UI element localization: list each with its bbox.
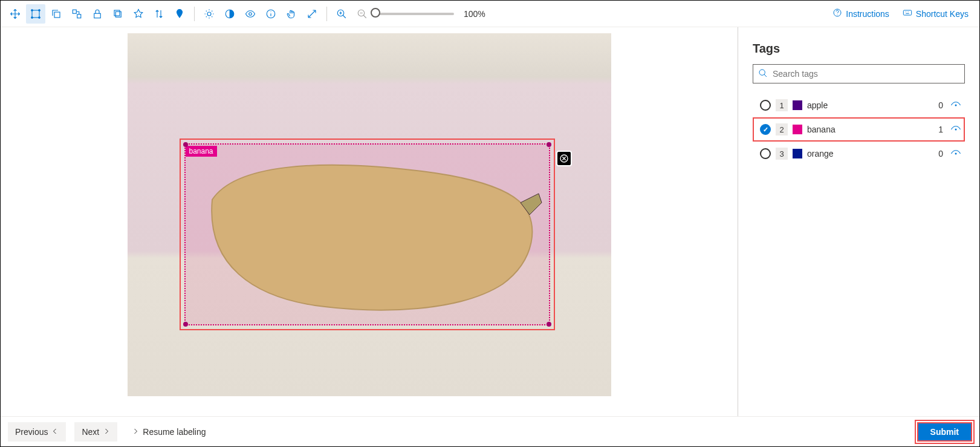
bbox-handle-bottom-left[interactable] <box>183 322 188 327</box>
svg-point-20 <box>759 70 765 75</box>
zoom-slider[interactable] <box>375 13 454 15</box>
bbox-handle-top-right[interactable] <box>547 142 551 147</box>
bounding-box-label: banana <box>186 146 217 157</box>
visibility-icon[interactable] <box>950 124 961 135</box>
bounding-box-delete-button[interactable] <box>556 151 572 166</box>
svg-rect-9 <box>115 11 121 17</box>
chevron-right-icon <box>103 427 110 437</box>
keyboard-icon <box>903 8 912 19</box>
zoom-out-tool[interactable] <box>352 4 372 24</box>
svg-point-3 <box>31 16 33 18</box>
svg-rect-6 <box>73 10 76 13</box>
main-area: banana Tags 1apple02banana13orange0 <box>1 27 979 416</box>
tag-number: 3 <box>776 148 788 160</box>
fullscreen-tool[interactable] <box>302 4 322 24</box>
contrast-tool[interactable] <box>220 4 239 24</box>
toolbar: 100% Instructions Shortcut Keys <box>1 1 979 27</box>
svg-point-22 <box>955 129 957 131</box>
tag-row-orange[interactable]: 3orange0 <box>753 142 965 166</box>
svg-rect-18 <box>903 10 911 15</box>
shortcut-keys-link[interactable]: Shortcut Keys <box>897 8 975 19</box>
tags-list: 1apple02banana13orange0 <box>753 93 965 166</box>
tags-panel-title: Tags <box>753 42 965 56</box>
tag-color-swatch <box>793 149 802 158</box>
next-button[interactable]: Next <box>74 422 117 442</box>
group-tool[interactable] <box>67 4 86 24</box>
tag-number: 2 <box>776 123 788 135</box>
bounding-box-inner <box>184 143 550 325</box>
svg-rect-8 <box>94 13 101 18</box>
instructions-link[interactable]: Instructions <box>826 8 895 19</box>
tags-search-box[interactable] <box>753 64 965 83</box>
bbox-handle-top-left[interactable] <box>183 142 188 147</box>
instructions-label: Instructions <box>846 9 889 19</box>
visibility-icon[interactable] <box>950 148 961 159</box>
svg-point-11 <box>207 12 211 16</box>
svg-point-1 <box>31 9 33 11</box>
previous-button[interactable]: Previous <box>8 422 66 442</box>
bbox-handle-bottom-right[interactable] <box>547 322 551 327</box>
chevron-left-icon <box>51 427 59 437</box>
svg-rect-5 <box>54 12 60 18</box>
tag-number: 1 <box>776 99 788 111</box>
location-tool[interactable] <box>170 4 189 24</box>
svg-rect-0 <box>32 10 39 18</box>
tag-row-banana[interactable]: 2banana1 <box>753 117 965 142</box>
tag-tool[interactable] <box>129 4 148 24</box>
shortcut-keys-label: Shortcut Keys <box>916 9 969 19</box>
visibility-tool[interactable] <box>241 4 260 24</box>
tags-panel: Tags 1apple02banana13orange0 <box>738 27 979 416</box>
resume-labeling-label: Resume labeling <box>143 427 206 437</box>
tag-row-apple[interactable]: 1apple0 <box>753 93 965 117</box>
zoom-level-label: 100% <box>464 9 485 19</box>
tag-radio[interactable] <box>760 124 771 135</box>
move-tool[interactable] <box>5 4 25 24</box>
zoom-slider-thumb[interactable] <box>371 8 380 18</box>
svg-point-23 <box>955 153 957 155</box>
svg-rect-10 <box>114 10 120 16</box>
toolbar-divider <box>194 7 195 21</box>
tag-radio[interactable] <box>760 148 771 159</box>
canvas-area[interactable]: banana <box>1 27 738 416</box>
tag-radio[interactable] <box>760 100 771 111</box>
tag-count: 1 <box>938 125 943 134</box>
visibility-icon[interactable] <box>950 100 961 111</box>
pan-tool[interactable] <box>282 4 301 24</box>
tags-search-input[interactable] <box>773 69 959 79</box>
svg-point-13 <box>249 12 252 15</box>
tag-count: 0 <box>938 100 943 110</box>
lock-tool[interactable] <box>88 4 107 24</box>
tag-color-swatch <box>793 125 802 134</box>
chevron-right-icon <box>132 427 139 437</box>
brightness-tool[interactable] <box>200 4 219 24</box>
toolbar-divider <box>326 7 327 21</box>
search-icon <box>758 68 768 80</box>
submit-label: Submit <box>930 427 959 437</box>
previous-label: Previous <box>15 427 48 437</box>
image-wrap: banana <box>128 33 611 396</box>
info-tool[interactable] <box>261 4 281 24</box>
bounding-box[interactable]: banana <box>180 139 555 330</box>
submit-button[interactable]: Submit <box>917 422 972 442</box>
bounding-box-tool[interactable] <box>26 4 45 24</box>
tag-name-label: apple <box>807 100 933 110</box>
svg-rect-7 <box>77 14 81 18</box>
help-icon <box>832 8 842 19</box>
svg-point-21 <box>955 105 957 106</box>
svg-point-4 <box>39 16 41 18</box>
tag-color-swatch <box>793 100 802 110</box>
layers-tool[interactable] <box>108 4 128 24</box>
tag-name-label: orange <box>807 149 933 158</box>
zoom-in-tool[interactable] <box>332 4 351 24</box>
tag-count: 0 <box>938 149 943 158</box>
zoom-slider-group: 100% <box>375 9 485 19</box>
footer: Previous Next Resume labeling Submit <box>1 416 979 446</box>
resume-labeling-link[interactable]: Resume labeling <box>126 427 212 437</box>
svg-point-2 <box>39 9 41 11</box>
tag-name-label: banana <box>807 125 933 134</box>
next-label: Next <box>82 427 99 437</box>
sort-tool[interactable] <box>149 4 169 24</box>
copy-tool[interactable] <box>47 4 66 24</box>
